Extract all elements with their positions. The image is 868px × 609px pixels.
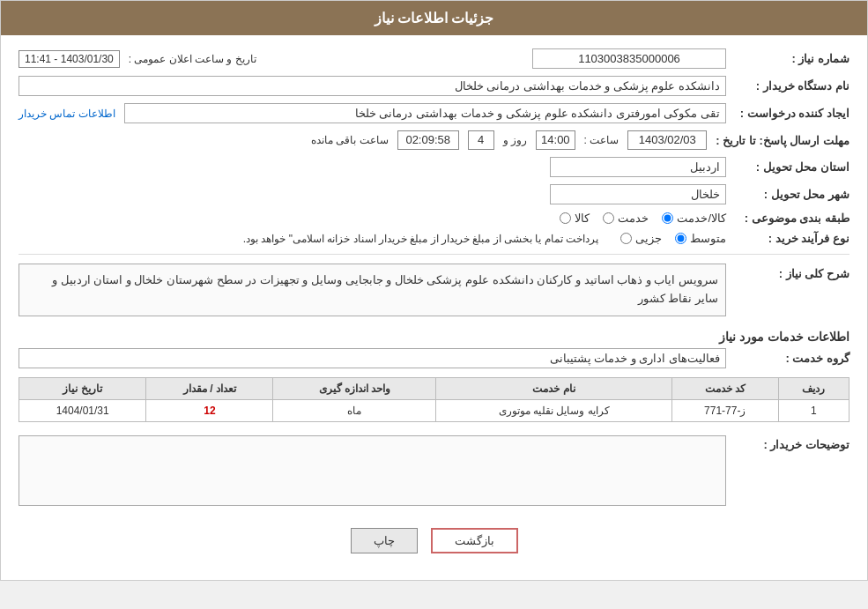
purchase-type-motavasset[interactable]: متوسط [675, 232, 726, 245]
deadline-label: مهلت ارسال پاسخ: تا تاریخ : [716, 134, 849, 147]
cell-code: ز-77-771 [671, 400, 778, 422]
purchase-radio-motavasset[interactable] [675, 233, 686, 244]
deadline-remaining-label: ساعت باقی مانده [311, 134, 389, 146]
cell-row: 1 [778, 400, 849, 422]
table-row: 1 ز-77-771 کرایه وسایل نقلیه موتوری ماه … [19, 400, 849, 422]
cell-qty: 12 [146, 400, 273, 422]
col-unit: واحد اندازه گیری [273, 378, 436, 400]
purchase-type-label: نوع فرآیند خرید : [735, 232, 849, 245]
delivery-province-label: استان محل تحویل : [735, 160, 849, 174]
need-number-label: شماره نیاز : [735, 52, 849, 65]
creator-label: ایجاد کننده درخواست : [735, 107, 849, 120]
deadline-time-label: ساعت : [584, 134, 619, 146]
cell-unit: ماه [273, 400, 436, 422]
creator-value: تقی مکوکی امورفتری دانشکده علوم پزشکی و … [124, 103, 726, 123]
deadline-days-label: روز و [503, 134, 527, 146]
category-option-both[interactable]: کالا/خدمت [662, 212, 726, 225]
col-code: کد خدمت [671, 378, 778, 400]
service-info-title: اطلاعات خدمات مورد نیاز [19, 330, 849, 344]
description-text: سرویس ایاب و ذهاب اساتید و کارکنان دانشک… [19, 264, 726, 316]
category-radio-kala[interactable] [560, 212, 571, 224]
buyer-notes-textarea[interactable] [19, 435, 726, 506]
description-label: شرح کلی نیاز : [735, 264, 849, 280]
category-option-kala[interactable]: کالا [560, 212, 590, 225]
delivery-city-label: شهر محل تحویل : [735, 188, 849, 201]
deadline-remaining: 02:09:58 [397, 130, 459, 150]
category-label: طبقه بندی موضوعی : [735, 212, 849, 225]
deadline-days: 4 [468, 130, 494, 150]
col-qty: تعداد / مقدار [146, 378, 273, 400]
page-header: جزئیات اطلاعات نیاز [1, 1, 867, 35]
contact-link[interactable]: اطلاعات تماس خریدار [19, 108, 115, 120]
announce-label: تاریخ و ساعت اعلان عمومی : [129, 53, 256, 65]
cell-name: کرایه وسایل نقلیه موتوری [436, 400, 672, 422]
items-table: ردیف کد خدمت نام خدمت واحد اندازه گیری ت… [19, 377, 849, 422]
purchase-type-jozi[interactable]: جزیی [620, 232, 662, 245]
delivery-city-value: خلخال [550, 184, 726, 204]
col-name: نام خدمت [436, 378, 672, 400]
buyer-notes-label: توضیحات خریدار : [735, 435, 849, 451]
purchase-type-note: پرداخت تمام یا بخشی از مبلغ خریدار از مب… [243, 233, 598, 245]
col-row: ردیف [778, 378, 849, 400]
category-radio-group: کالا خدمت کالا/خدمت [560, 212, 726, 225]
category-radio-khedmat[interactable] [603, 212, 614, 224]
back-button[interactable]: بازگشت [431, 528, 518, 553]
service-group-value: فعالیت‌های اداری و خدمات پشتیبانی [19, 348, 726, 368]
announce-value: 1403/01/30 - 11:41 [19, 50, 120, 68]
deadline-date: 1403/02/03 [627, 130, 707, 150]
purchase-type-radio-group: جزیی متوسط [620, 232, 726, 245]
buyer-org-value: دانشکده علوم پزشکی و خدمات بهداشتی درمان… [19, 76, 726, 96]
service-group-label: گروه خدمت : [735, 352, 849, 365]
col-date: تاریخ نیاز [19, 378, 146, 400]
print-button[interactable]: چاپ [351, 528, 418, 553]
buyer-org-label: نام دستگاه خریدار : [735, 79, 849, 93]
deadline-time: 14:00 [536, 130, 575, 150]
need-number-value: 1103003835000006 [532, 48, 726, 69]
cell-date: 1404/01/31 [19, 400, 146, 422]
purchase-radio-jozi[interactable] [620, 233, 632, 244]
category-option-khedmat[interactable]: خدمت [603, 212, 649, 225]
delivery-province-value: اردبیل [550, 157, 726, 177]
category-radio-both[interactable] [662, 212, 673, 224]
